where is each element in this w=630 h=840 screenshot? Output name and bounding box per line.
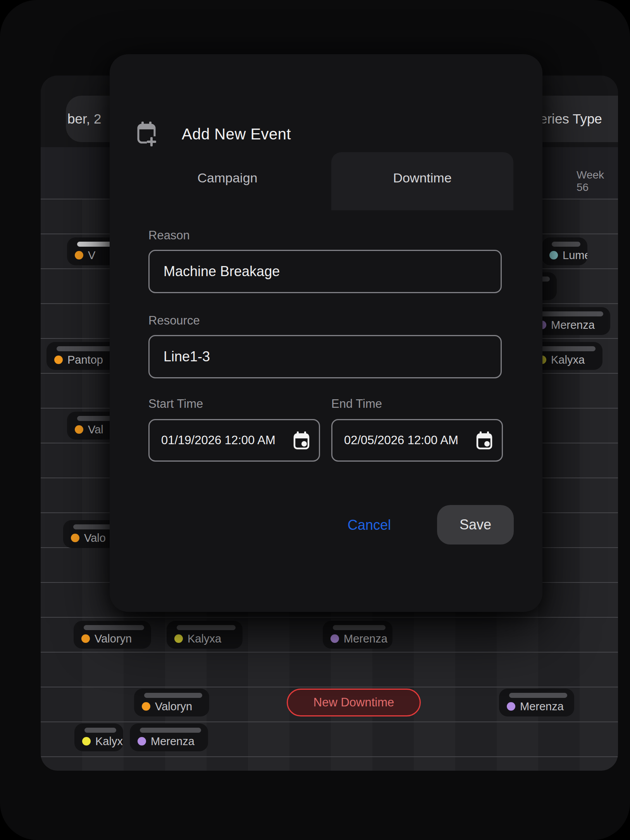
event-color-dot [138,737,146,746]
progress-bar [84,625,144,630]
tablet-screen: ber, 2 eries Type Week 56 V Lume Merenza… [0,0,630,840]
reason-label: Reason [148,228,190,242]
save-button[interactable]: Save [437,505,514,545]
start-time-label: Start Time [148,397,203,411]
resource-field [148,335,502,378]
event-color-dot [507,702,515,711]
event-chip[interactable]: Lume [542,237,587,265]
event-color-dot [71,534,79,542]
start-time-input[interactable] [150,433,293,447]
calendar-icon[interactable] [476,431,492,450]
progress-bar [73,524,112,529]
month-label: ber, 2 [66,111,102,127]
event-color-dot [81,634,90,643]
tab-campaign[interactable]: Campaign [150,170,305,186]
reason-input[interactable] [150,263,501,280]
end-time-label: End Time [331,397,382,411]
event-chip-label: Val [88,423,103,436]
event-color-dot [549,251,558,259]
progress-bar [77,416,112,421]
event-color-dot [82,737,91,746]
add-event-dialog: Add New Event Campaign Downtime Reason R… [110,54,542,612]
progress-bar [532,311,603,316]
resource-input[interactable] [150,349,501,365]
calendar-icon[interactable] [293,431,310,450]
event-chip-label: Merenza [344,632,387,645]
resource-label: Resource [148,314,200,328]
new-downtime-label: New Downtime [313,696,394,709]
event-color-dot [54,356,63,364]
new-downtime-chip[interactable]: New Downtime [287,689,421,716]
event-chip[interactable]: Valoryn [134,689,209,716]
event-chip-label: Merenza [151,735,195,748]
progress-bar [552,242,580,247]
progress-bar [84,728,116,733]
event-chip-label: Kalyxa [188,632,221,645]
tab-downtime[interactable]: Downtime [331,170,513,186]
event-color-dot [330,634,339,643]
event-chip-label: Merenza [551,319,595,332]
event-chip-label: Kalyxa [551,354,585,366]
dialog-title: Add New Event [182,125,291,143]
event-chip[interactable]: Merenza [130,723,208,751]
event-chip-label: Kalyx [95,735,123,748]
event-chip[interactable]: Merenza [499,689,574,716]
event-chip-label: Valo [84,532,106,545]
cancel-button[interactable]: Cancel [315,510,423,540]
event-chip-label: Lume [563,249,587,262]
progress-bar [509,693,567,698]
event-color-dot [75,251,83,259]
event-chip[interactable]: Kalyxa [167,621,243,649]
reason-field [148,250,502,293]
event-chip-label: Valoryn [95,632,132,645]
event-chip-label: V [88,249,95,262]
progress-bar [144,693,202,698]
event-color-dot [174,634,183,643]
event-chip[interactable]: Kalyx [74,723,123,751]
event-chip-label: Valoryn [155,700,192,713]
event-chip-label: Merenza [520,700,564,713]
start-time-field [148,419,320,462]
event-color-dot [142,702,150,711]
progress-bar [140,728,201,733]
event-chip[interactable]: Valoryn [74,621,151,649]
week-label: Week 56 [577,169,618,194]
calendar-plus-icon [137,121,157,149]
event-chip-label: Pantop [67,354,103,366]
event-chip[interactable]: Merenza [323,621,392,649]
progress-bar [333,625,386,630]
end-time-field [331,419,503,462]
progress-bar [177,625,236,630]
event-color-dot [75,425,83,434]
end-time-input[interactable] [332,433,476,447]
